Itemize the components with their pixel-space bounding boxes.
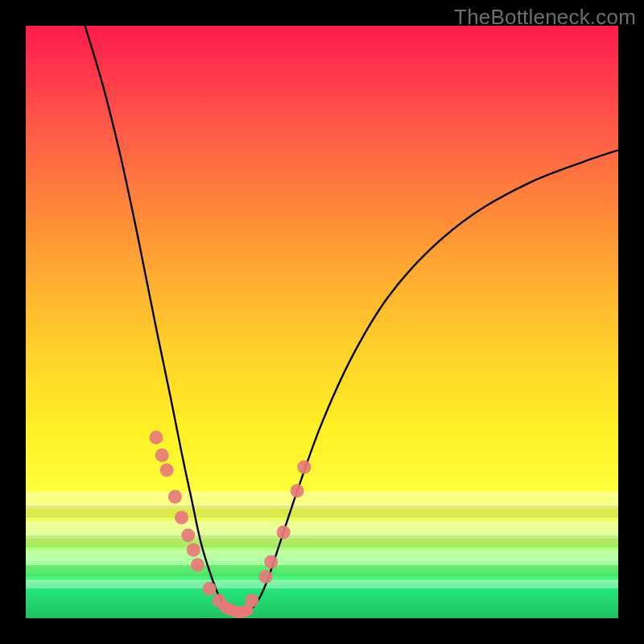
left-curve (85, 26, 233, 611)
data-marker (187, 543, 200, 557)
data-marker (277, 526, 291, 539)
data-marker (297, 460, 311, 474)
data-marker (259, 570, 273, 584)
chart-stage: TheBottleneck.com (0, 0, 644, 644)
data-marker (168, 490, 182, 504)
data-marker (149, 431, 163, 444)
data-marker (291, 484, 304, 497)
data-marker (242, 604, 254, 616)
data-marker (264, 555, 278, 569)
data-marker (203, 582, 217, 596)
data-marker (191, 558, 204, 572)
data-marker (160, 464, 174, 477)
data-marker (175, 510, 188, 524)
plot-area (26, 26, 618, 618)
curve-layer (26, 26, 618, 618)
data-marker (181, 528, 195, 542)
watermark-text: TheBottleneck.com (454, 5, 636, 30)
right-curve (233, 151, 618, 613)
data-marker (155, 448, 169, 462)
